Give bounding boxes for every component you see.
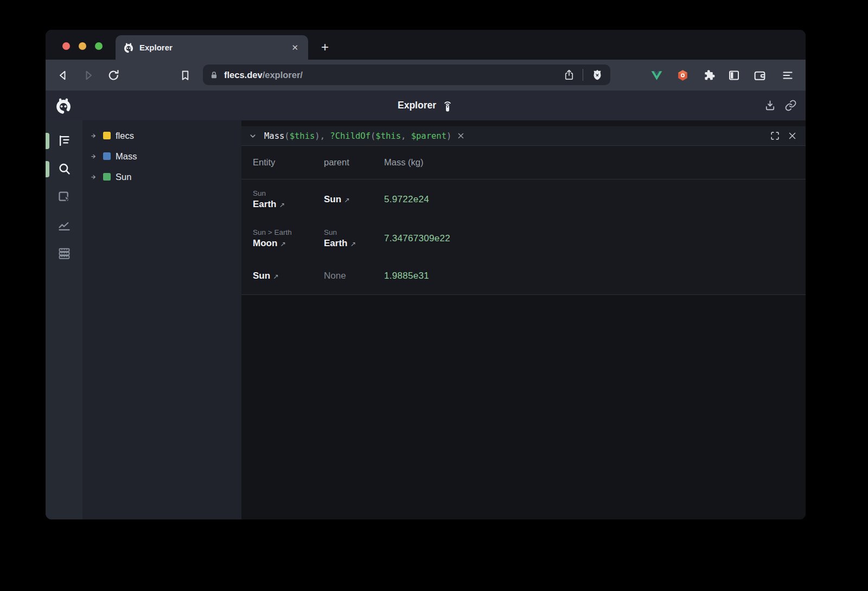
- tree-item-label: Mass: [116, 151, 137, 162]
- column-header-parent: parent: [324, 157, 384, 168]
- entity-path: Sun > Earth: [253, 228, 324, 236]
- url-host: flecs.dev: [224, 70, 263, 80]
- chart-panel-icon[interactable]: [56, 217, 72, 233]
- query-results-table: Entity parent Mass (kg) Sun Earth ↗ Sun …: [241, 146, 806, 295]
- wallet-icon[interactable]: [753, 68, 767, 82]
- parent-cell: Sun ↗: [324, 194, 384, 205]
- entity-cell: Sun > Earth Moon ↗: [253, 228, 324, 249]
- browser-tab[interactable]: Explorer ✕: [116, 35, 308, 60]
- entity-name: Moon: [253, 238, 277, 249]
- table-body: Sun Earth ↗ Sun ↗ 5.9722e24 Sun > Earth …: [241, 179, 806, 294]
- active-panel-indicator: [46, 161, 49, 177]
- entity-path: Sun: [253, 189, 324, 197]
- table-header-row: Entity parent Mass (kg): [241, 146, 806, 179]
- query-bar: Mass($this), ?ChildOf($this, $parent): [241, 126, 806, 146]
- entity-name: Sun: [253, 271, 270, 281]
- back-icon[interactable]: [56, 69, 69, 82]
- search-panel-icon[interactable]: [56, 160, 72, 177]
- entity-link[interactable]: Earth ↗: [253, 199, 324, 210]
- column-header-entity: Entity: [253, 157, 324, 168]
- parent-name: None: [324, 271, 346, 281]
- parent-link[interactable]: Sun ↗: [324, 194, 384, 205]
- vue-extension-icon[interactable]: [650, 68, 663, 82]
- explorer-app-header: Explorer: [46, 91, 806, 120]
- download-icon[interactable]: [764, 99, 776, 112]
- active-panel-indicator: [46, 133, 49, 149]
- bookmark-icon[interactable]: [179, 69, 192, 81]
- link-icon[interactable]: [784, 99, 797, 112]
- fullscreen-icon[interactable]: [770, 131, 780, 141]
- url-bar[interactable]: flecs.dev/explorer/: [203, 65, 610, 85]
- hexagon-extension-icon[interactable]: [676, 68, 690, 82]
- entity-link[interactable]: Moon ↗: [253, 238, 324, 249]
- puzzle-extensions-icon[interactable]: [702, 68, 716, 82]
- macos-zoom-button[interactable]: [95, 42, 103, 50]
- mass-value: 7.34767309e22: [384, 233, 806, 244]
- entity-color-chip: [103, 132, 111, 139]
- table-row: Sun > Earth Moon ↗ Sun Earth ↗ 7.3476730…: [241, 220, 806, 258]
- refresh-icon[interactable]: [107, 68, 120, 82]
- open-link-icon[interactable]: ↗: [273, 272, 278, 280]
- query-panel: Mass($this), ?ChildOf($this, $parent) En: [241, 120, 806, 519]
- tree-item-label: Sun: [116, 172, 131, 182]
- parent-cell: None: [324, 271, 384, 281]
- remote-connection-icon[interactable]: [442, 99, 454, 113]
- chevron-down-icon[interactable]: [248, 131, 258, 141]
- expand-arrow-icon[interactable]: [90, 132, 98, 140]
- forward-icon[interactable]: [82, 69, 95, 82]
- close-panel-icon[interactable]: [788, 131, 797, 140]
- url-path: /explorer/: [263, 70, 303, 80]
- share-icon[interactable]: [563, 69, 575, 81]
- query-expression[interactable]: Mass($this), ?ChildOf($this, $parent): [264, 131, 451, 141]
- browser-window: Explorer ✕ + flecs.dev/explorer/: [46, 30, 806, 519]
- tree-item[interactable]: Sun: [82, 166, 241, 187]
- macos-close-button[interactable]: [62, 42, 70, 50]
- entity-tree: flecs Mass Sun: [82, 120, 241, 519]
- browser-tab-bar: Explorer ✕ +: [46, 30, 806, 60]
- table-row: Sun ↗ None 1.9885e31: [241, 258, 806, 294]
- expand-arrow-icon[interactable]: [90, 173, 98, 181]
- open-link-icon[interactable]: ↗: [350, 240, 355, 248]
- open-link-icon[interactable]: ↗: [280, 240, 285, 248]
- inspector-panel-icon[interactable]: [56, 189, 72, 205]
- parent-link[interactable]: Earth ↗: [324, 238, 384, 249]
- empty-results-area: [241, 295, 806, 519]
- parent-cell: Sun Earth ↗: [324, 228, 384, 249]
- entity-link[interactable]: Sun ↗: [253, 271, 324, 281]
- tree-panel-icon[interactable]: [56, 132, 72, 149]
- entity-cell: Sun ↗: [253, 271, 324, 281]
- tab-favicon-flecs-logo: [123, 42, 134, 53]
- parent-link[interactable]: None: [324, 271, 384, 281]
- query-clear-icon[interactable]: [457, 132, 465, 140]
- entity-color-chip: [103, 152, 111, 160]
- open-link-icon[interactable]: ↗: [279, 201, 284, 209]
- entity-cell: Sun Earth ↗: [253, 189, 324, 210]
- page-title: Explorer: [398, 100, 436, 111]
- column-header-mass: Mass (kg): [384, 157, 806, 168]
- macos-minimize-button[interactable]: [79, 42, 86, 50]
- mass-value: 1.9885e31: [384, 271, 806, 281]
- parent-path: Sun: [324, 228, 384, 236]
- new-tab-button[interactable]: +: [318, 40, 332, 55]
- tree-item-label: flecs: [116, 131, 134, 141]
- entity-name: Earth: [253, 199, 276, 210]
- open-link-icon[interactable]: ↗: [344, 196, 349, 204]
- tab-title: Explorer: [139, 43, 289, 52]
- sidebar-toggle-icon[interactable]: [727, 69, 741, 82]
- tab-close-icon[interactable]: ✕: [289, 42, 301, 54]
- tree-item[interactable]: Mass: [82, 146, 241, 166]
- divider: [583, 69, 584, 81]
- mass-value: 5.9722e24: [384, 194, 806, 205]
- parent-name: Earth: [324, 238, 347, 249]
- panel-iconbar: [46, 120, 82, 519]
- brave-shield-icon[interactable]: [591, 68, 604, 81]
- stats-panel-icon[interactable]: [56, 245, 72, 261]
- tree-item[interactable]: flecs: [82, 125, 241, 146]
- explorer-content: flecs Mass Sun Mass($this), ?ChildOf($th…: [46, 120, 806, 519]
- entity-color-chip: [103, 173, 111, 181]
- expand-arrow-icon[interactable]: [90, 152, 98, 160]
- table-row: Sun Earth ↗ Sun ↗ 5.9722e24: [241, 179, 806, 220]
- menu-icon[interactable]: [781, 69, 794, 82]
- parent-name: Sun: [324, 194, 341, 205]
- browser-toolbar: flecs.dev/explorer/: [46, 60, 806, 91]
